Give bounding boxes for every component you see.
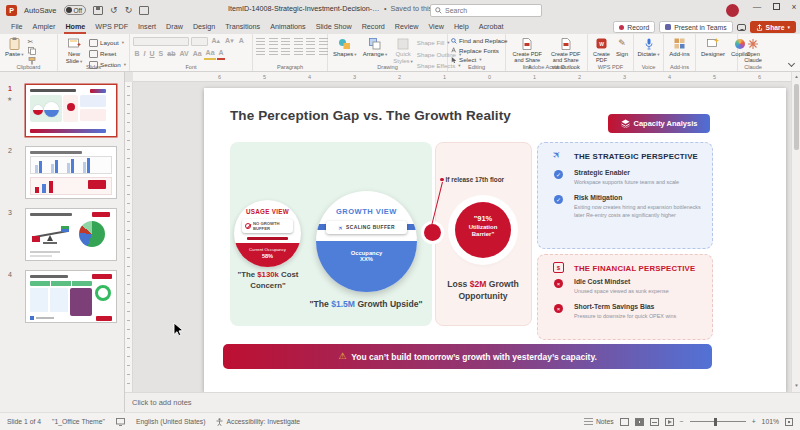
collapse-ribbon-icon[interactable]: [788, 60, 795, 67]
tab-home[interactable]: Home: [60, 20, 90, 34]
copy-icon[interactable]: [28, 47, 36, 55]
tab-wps-pdf[interactable]: WPS PDF: [90, 20, 133, 34]
language-selector[interactable]: English (United States): [136, 418, 206, 425]
arrange-button[interactable]: Arrange: [361, 36, 390, 59]
comments-icon[interactable]: [737, 24, 746, 31]
tab-draw[interactable]: Draw: [161, 20, 188, 34]
search-bar[interactable]: [430, 4, 542, 17]
accessibility-checker[interactable]: Accessibility: Investigate: [216, 418, 300, 426]
clear-formatting-icon[interactable]: A: [237, 36, 245, 46]
document-title[interactable]: ItemID-14008-Strategic-Investment-Decisi…: [228, 4, 452, 13]
indent-increase-icon[interactable]: [294, 38, 303, 45]
sign-button[interactable]: ✎ Sign: [614, 36, 630, 59]
line-spacing-icon[interactable]: [306, 38, 315, 45]
present-in-teams-button[interactable]: Present in Teams: [659, 21, 732, 33]
scroll-down-icon[interactable]: ▼: [793, 383, 800, 388]
align-left-icon[interactable]: [256, 48, 265, 55]
slide-thumbnail-4[interactable]: 4: [0, 270, 124, 323]
zoom-slider[interactable]: [690, 421, 746, 422]
zoom-slider-thumb[interactable]: [714, 418, 717, 426]
fit-to-window-icon[interactable]: [785, 418, 793, 426]
tab-review[interactable]: Review: [390, 20, 424, 34]
tab-slide-show[interactable]: Slide Show: [311, 20, 357, 34]
tab-view[interactable]: View: [423, 20, 448, 34]
tab-record[interactable]: Record: [357, 20, 390, 34]
display-settings-icon[interactable]: [139, 6, 149, 15]
replace-fonts-button[interactable]: Replace Fonts: [451, 47, 499, 54]
designer-button[interactable]: Designer: [699, 36, 727, 59]
reset-button[interactable]: Reset: [89, 49, 126, 58]
redo-icon[interactable]: ↻: [125, 6, 133, 15]
paste-button[interactable]: Paste: [3, 36, 26, 59]
smartart-icon[interactable]: [319, 48, 328, 55]
slide-thumbnail-2[interactable]: 2: [0, 146, 124, 199]
financial-perspective-panel[interactable]: $ THE FINANCIAL PERSPECTIVE × Idle Cost …: [537, 254, 713, 340]
tab-animations[interactable]: Animations: [265, 20, 311, 34]
change-case-icon[interactable]: Aa: [191, 49, 203, 59]
search-input[interactable]: [445, 7, 535, 14]
capacity-analysis-badge[interactable]: Capacity Analysis: [608, 114, 710, 133]
dictate-button[interactable]: Dictate: [636, 36, 662, 59]
slide-thumbnail-1[interactable]: 1 ★: [0, 84, 124, 137]
italic-icon[interactable]: I: [142, 49, 147, 59]
restore-button[interactable]: [769, 2, 783, 12]
slideshow-view-button[interactable]: [665, 418, 674, 426]
text-shadow-icon[interactable]: S: [157, 49, 165, 59]
zoom-level[interactable]: 101%: [762, 418, 779, 425]
avatar[interactable]: [726, 4, 739, 17]
slide-title[interactable]: The Perception Gap vs. The Growth Realit…: [230, 108, 511, 123]
notes-area[interactable]: Click to add notes: [125, 392, 800, 412]
strategic-perspective-panel[interactable]: ✈ THE STRATEGIC PERSPECTIVE ✓ Strategic …: [537, 142, 713, 249]
minimize-button[interactable]: —: [750, 2, 764, 12]
reading-view-button[interactable]: [650, 418, 659, 426]
tab-acrobat[interactable]: Acrobat: [474, 20, 509, 34]
text-direction-icon[interactable]: [319, 38, 328, 45]
cut-icon[interactable]: ✂: [28, 38, 36, 45]
tab-insert[interactable]: Insert: [133, 20, 161, 34]
new-slide-button[interactable]: New Slide: [61, 36, 87, 66]
align-right-icon[interactable]: [281, 48, 290, 55]
layout-button[interactable]: Layout: [89, 38, 126, 47]
notes-toggle-button[interactable]: Notes: [584, 418, 614, 426]
slide-thumbnail-3[interactable]: 3: [0, 208, 124, 261]
zoom-out-button[interactable]: −: [680, 418, 684, 425]
shapes-button[interactable]: Shapes: [331, 36, 359, 59]
vertical-scrollbar[interactable]: ▲ ▼: [791, 72, 800, 392]
close-button[interactable]: ×: [787, 2, 800, 12]
strikethrough-icon[interactable]: ab: [166, 49, 177, 59]
tab-help[interactable]: Help: [449, 20, 474, 34]
tab-transitions[interactable]: Transitions: [220, 20, 265, 34]
scroll-up-icon[interactable]: ▲: [793, 74, 800, 79]
numbering-icon[interactable]: [269, 38, 278, 45]
tab-design[interactable]: Design: [188, 20, 220, 34]
select-button[interactable]: Select: [451, 56, 481, 63]
find-replace-button[interactable]: Find and Replace: [451, 37, 508, 44]
bold-icon[interactable]: B: [133, 49, 141, 59]
underline-icon[interactable]: U: [148, 49, 156, 59]
connector-dot[interactable]: [424, 224, 441, 241]
indent-decrease-icon[interactable]: [281, 38, 290, 45]
open-claude-button[interactable]: Open Claude: [741, 36, 765, 65]
justify-icon[interactable]: [294, 48, 303, 55]
normal-view-button[interactable]: [620, 418, 629, 426]
font-name-combobox[interactable]: [133, 37, 189, 46]
add-ins-button[interactable]: Add-ins: [667, 36, 691, 59]
font-size-combobox[interactable]: [191, 37, 208, 46]
font-color-icon[interactable]: A: [217, 48, 225, 60]
autosave-toggle[interactable]: Off: [64, 5, 87, 15]
slide-sorter-view-button[interactable]: [635, 418, 644, 426]
quick-styles-button[interactable]: Quick Styles: [391, 36, 415, 66]
highlight-color-icon[interactable]: Aa: [204, 48, 216, 60]
save-icon[interactable]: [93, 6, 103, 15]
undo-icon[interactable]: ↺: [110, 6, 118, 15]
columns-icon[interactable]: [306, 48, 315, 55]
tab-file[interactable]: File: [6, 20, 28, 34]
loss-caption[interactable]: Loss $2M Growth Opportunity: [426, 279, 540, 302]
theme-name[interactable]: "1_Office Theme": [52, 418, 105, 425]
shrink-font-icon[interactable]: A▾: [224, 36, 236, 46]
wps-create-pdf-button[interactable]: W Create PDF: [591, 36, 612, 65]
align-center-icon[interactable]: [269, 48, 278, 55]
record-button[interactable]: Record: [613, 21, 655, 33]
utilization-barrier-circle[interactable]: "91% Utilization Barrier": [455, 202, 511, 258]
scrollbar-thumb[interactable]: [794, 84, 799, 150]
